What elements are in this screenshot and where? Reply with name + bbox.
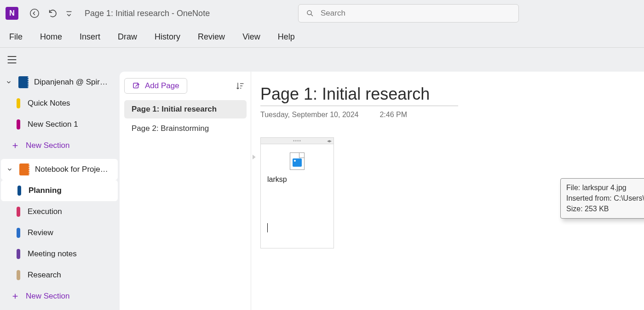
- page-list-item[interactable]: Page 1: Initial research: [124, 100, 247, 118]
- menu-help[interactable]: Help: [278, 32, 295, 42]
- svg-point-1: [307, 11, 311, 15]
- text-cursor: [267, 223, 268, 232]
- section-item[interactable]: Execution: [0, 201, 119, 222]
- file-tooltip: File: larkspur 4.jpg Inserted from: C:\U…: [560, 178, 644, 219]
- menu-history[interactable]: History: [155, 32, 180, 42]
- app-icon: N: [6, 7, 18, 20]
- menu-view[interactable]: View: [242, 32, 260, 42]
- main-area: Dipanjenah @ Spiral... Quick Notes New S…: [0, 72, 644, 310]
- section-label: Quick Notes: [28, 99, 70, 108]
- sort-icon[interactable]: [234, 79, 247, 92]
- section-label: Planning: [29, 186, 62, 195]
- menu-draw[interactable]: Draw: [118, 32, 137, 42]
- toolbar-strip: [0, 48, 644, 72]
- hamburger-icon[interactable]: [6, 53, 18, 66]
- new-section-button[interactable]: New Section: [0, 286, 119, 307]
- new-section-button[interactable]: New Section: [0, 135, 119, 156]
- section-color-icon: [17, 186, 21, 196]
- menu-review[interactable]: Review: [198, 32, 225, 42]
- window-title: Page 1: Initial research - OneNote: [85, 9, 210, 18]
- section-label: Execution: [28, 207, 62, 216]
- tooltip-line-path: Inserted from: C:\Users\dipan\OneDrive\D…: [566, 193, 644, 203]
- notebook-sidebar: Dipanjenah @ Spiral... Quick Notes New S…: [0, 72, 119, 310]
- tooltip-line-file: File: larkspur 4.jpg: [566, 182, 644, 193]
- add-page-label: Add Page: [145, 81, 179, 90]
- add-page-icon: [132, 82, 140, 90]
- title-bar: N Page 1: Initial research - OneNote: [0, 0, 644, 27]
- section-color-icon: [17, 98, 20, 108]
- file-attachment-label[interactable]: larksp: [267, 175, 327, 184]
- notebook-name: Notebook for Project A: [35, 165, 109, 174]
- chevron-down-icon: [5, 79, 13, 85]
- new-section-label: New Section: [26, 292, 69, 301]
- tooltip-line-size: Size: 253 KB: [566, 203, 644, 214]
- page-list-item[interactable]: Page 2: Brainstorming: [124, 119, 247, 138]
- resize-handle-icon[interactable]: ◂▸: [327, 138, 332, 143]
- section-color-icon: [17, 249, 20, 259]
- section-color-icon: [17, 270, 20, 280]
- note-container[interactable]: •••• ◂▸ larksp: [260, 137, 334, 248]
- notebook-icon: [18, 76, 29, 88]
- section-color-icon: [17, 228, 20, 238]
- chevron-down-icon: [6, 166, 14, 173]
- customize-dropdown-icon[interactable]: [63, 6, 75, 21]
- section-color-icon: [17, 207, 20, 217]
- search-input[interactable]: [321, 9, 511, 18]
- add-page-button[interactable]: Add Page: [124, 78, 187, 94]
- svg-point-0: [30, 9, 39, 17]
- section-label: New Section 1: [28, 120, 78, 129]
- menu-insert[interactable]: Insert: [80, 32, 100, 42]
- plus-icon: [11, 141, 19, 150]
- svg-rect-2: [133, 83, 138, 88]
- page-title[interactable]: Page 1: Initial research: [260, 85, 458, 106]
- notebook-item[interactable]: Notebook for Project A: [1, 159, 118, 180]
- section-label: Review: [28, 228, 53, 237]
- section-label: Research: [28, 271, 61, 280]
- search-box[interactable]: [298, 4, 519, 23]
- drag-handle-icon[interactable]: ••••: [293, 138, 301, 143]
- notebook-name: Dipanjenah @ Spiral...: [34, 78, 108, 87]
- note-container-header[interactable]: •••• ◂▸: [261, 138, 334, 144]
- plus-icon: [11, 292, 19, 300]
- section-item[interactable]: Research: [0, 265, 119, 286]
- undo-button[interactable]: [45, 6, 61, 21]
- search-icon: [306, 9, 314, 17]
- section-item[interactable]: Review: [0, 222, 119, 243]
- notebook-icon: [19, 163, 29, 175]
- section-item[interactable]: Meeting notes: [0, 243, 119, 265]
- file-attachment-icon[interactable]: [290, 152, 305, 170]
- menu-home[interactable]: Home: [40, 32, 62, 42]
- page-meta: Tuesday, September 10, 2024 2:46 PM: [260, 111, 644, 119]
- menu-file[interactable]: File: [9, 32, 23, 42]
- new-section-label: New Section: [26, 141, 69, 150]
- section-label: Meeting notes: [28, 249, 77, 259]
- page-canvas[interactable]: Page 1: Initial research Tuesday, Septem…: [251, 72, 644, 310]
- section-item[interactable]: Quick Notes: [0, 93, 119, 114]
- expand-handle-icon[interactable]: [250, 152, 259, 162]
- page-time: 2:46 PM: [380, 111, 407, 119]
- notebook-item[interactable]: Dipanjenah @ Spiral...: [0, 72, 119, 93]
- page-list-pane: Add Page Page 1: Initial research Page 2…: [120, 72, 251, 310]
- section-color-icon: [17, 119, 20, 130]
- section-item-selected[interactable]: Planning: [1, 180, 118, 201]
- menu-bar: File Home Insert Draw History Review Vie…: [0, 27, 644, 48]
- back-button[interactable]: [27, 6, 42, 21]
- page-date: Tuesday, September 10, 2024: [260, 111, 358, 119]
- section-item[interactable]: New Section 1: [0, 114, 119, 135]
